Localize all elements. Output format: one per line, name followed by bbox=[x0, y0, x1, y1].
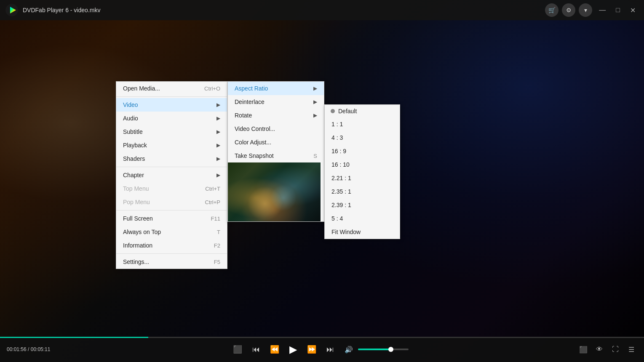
menu-label-open-media: Open Media... bbox=[123, 85, 160, 92]
aspect-item-fit-window[interactable]: Fit Window bbox=[325, 225, 400, 239]
submenu-item-color-adjust[interactable]: Color Adjust... bbox=[228, 136, 324, 149]
aspect-label-4-3: 4 : 3 bbox=[331, 134, 343, 141]
aspect-ratio-submenu: Default 1 : 1 4 : 3 16 : 9 16 : 10 2.21 … bbox=[324, 104, 400, 239]
menu-label-information: Information bbox=[123, 242, 152, 249]
submenu-item-deinterlace[interactable]: Deinterlace ▶ bbox=[228, 95, 324, 109]
menu-label-top-menu: Top Menu bbox=[123, 185, 149, 192]
menu-label-chapter: Chapter bbox=[123, 172, 144, 178]
menu-item-playback[interactable]: Playback ▶ bbox=[116, 138, 227, 152]
submenu-arrow-aspect-ratio: ▶ bbox=[313, 85, 317, 91]
aspect-label-16-9: 16 : 9 bbox=[331, 148, 346, 154]
submenu-item-take-snapshot[interactable]: Take Snapshot S bbox=[228, 149, 324, 162]
menu-item-always-on-top[interactable]: Always on Top T bbox=[116, 225, 227, 239]
menu-item-shaders[interactable]: Shaders ▶ bbox=[116, 152, 227, 165]
menu-label-playback: Playback bbox=[123, 142, 147, 149]
menu-arrow-shaders: ▶ bbox=[216, 156, 220, 162]
menu-label-pop-menu: Pop Menu bbox=[123, 199, 150, 205]
aspect-item-16-9[interactable]: 16 : 9 bbox=[325, 144, 400, 158]
aspect-label-5-4: 5 : 4 bbox=[331, 215, 343, 222]
menu-arrow-video: ▶ bbox=[216, 102, 220, 108]
menu-item-open-media[interactable]: Open Media... Ctrl+O bbox=[116, 82, 227, 95]
main-context-menu: Open Media... Ctrl+O Video ▶ Audio ▶ Sub… bbox=[116, 81, 227, 269]
menu-label-always-on-top: Always on Top bbox=[123, 229, 161, 235]
menu-label-audio: Audio bbox=[123, 115, 138, 122]
aspect-item-2-35-1[interactable]: 2.35 : 1 bbox=[325, 185, 400, 198]
aspect-label-2-39-1: 2.39 : 1 bbox=[331, 202, 351, 208]
menu-label-fullscreen: Full Screen bbox=[123, 215, 153, 222]
video-submenu: Aspect Ratio ▶ Deinterlace ▶ Rotate ▶ Vi… bbox=[227, 81, 324, 222]
submenu-item-video-control[interactable]: Video Control... bbox=[228, 122, 324, 136]
menu-item-subtitle[interactable]: Subtitle ▶ bbox=[116, 125, 227, 138]
submenu-arrow-rotate: ▶ bbox=[313, 112, 317, 118]
menu-shortcut-open-media: Ctrl+O bbox=[204, 85, 220, 92]
submenu-label-color-adjust: Color Adjust... bbox=[235, 139, 271, 146]
menu-label-subtitle: Subtitle bbox=[123, 128, 143, 135]
menu-shortcut-always-on-top: T bbox=[217, 229, 220, 235]
menu-label-settings: Settings... bbox=[123, 258, 149, 265]
menu-item-information[interactable]: Information F2 bbox=[116, 239, 227, 252]
submenu-label-rotate: Rotate bbox=[235, 112, 252, 119]
aspect-item-2-21-1[interactable]: 2.21 : 1 bbox=[325, 171, 400, 185]
aspect-item-2-39-1[interactable]: 2.39 : 1 bbox=[325, 198, 400, 212]
aspect-item-16-10[interactable]: 16 : 10 bbox=[325, 158, 400, 171]
menu-divider-2 bbox=[116, 167, 227, 167]
menu-item-video[interactable]: Video ▶ bbox=[116, 98, 227, 112]
menu-divider-4 bbox=[116, 253, 227, 254]
menu-label-shaders: Shaders bbox=[123, 155, 145, 162]
menu-overlay: Open Media... Ctrl+O Video ▶ Audio ▶ Sub… bbox=[0, 0, 644, 362]
aspect-label-2-21-1: 2.21 : 1 bbox=[331, 175, 351, 181]
aspect-item-4-3[interactable]: 4 : 3 bbox=[325, 131, 400, 144]
aspect-label-fit-window: Fit Window bbox=[331, 229, 361, 235]
menu-arrow-chapter: ▶ bbox=[216, 172, 220, 178]
menu-label-video: Video bbox=[123, 101, 138, 108]
menu-arrow-playback: ▶ bbox=[216, 142, 220, 148]
radio-dot-default bbox=[331, 109, 335, 113]
menu-shortcut-settings: F5 bbox=[214, 259, 220, 265]
menu-divider-1 bbox=[116, 96, 227, 97]
menu-divider-3 bbox=[116, 210, 227, 210]
menu-item-top-menu: Top Menu Ctrl+T bbox=[116, 182, 227, 195]
aspect-label-2-35-1: 2.35 : 1 bbox=[331, 188, 351, 195]
submenu-label-deinterlace: Deinterlace bbox=[235, 98, 265, 105]
menu-item-fullscreen[interactable]: Full Screen F11 bbox=[116, 212, 227, 225]
submenu-item-rotate[interactable]: Rotate ▶ bbox=[228, 109, 324, 122]
menu-shortcut-fullscreen: F11 bbox=[211, 216, 220, 222]
aspect-item-5-4[interactable]: 5 : 4 bbox=[325, 212, 400, 225]
menu-arrow-audio: ▶ bbox=[216, 115, 220, 121]
menu-shortcut-top-menu: Ctrl+T bbox=[205, 186, 220, 192]
submenu-shortcut-take-snapshot: S bbox=[313, 153, 317, 159]
submenu-label-take-snapshot: Take Snapshot bbox=[235, 152, 274, 159]
aspect-label-1-1: 1 : 1 bbox=[331, 121, 343, 128]
aspect-item-1-1[interactable]: 1 : 1 bbox=[325, 117, 400, 131]
submenu-arrow-deinterlace: ▶ bbox=[313, 99, 317, 105]
aspect-label-16-10: 16 : 10 bbox=[331, 161, 350, 168]
menu-item-audio[interactable]: Audio ▶ bbox=[116, 112, 227, 125]
menu-item-pop-menu: Pop Menu Ctrl+P bbox=[116, 195, 227, 209]
submenu-label-video-control: Video Control... bbox=[235, 125, 275, 132]
submenu-label-aspect-ratio: Aspect Ratio bbox=[235, 85, 268, 92]
submenu-item-aspect-ratio[interactable]: Aspect Ratio ▶ bbox=[228, 82, 324, 95]
menu-arrow-subtitle: ▶ bbox=[216, 129, 220, 135]
menu-shortcut-information: F2 bbox=[214, 242, 220, 249]
aspect-item-default[interactable]: Default bbox=[325, 105, 400, 117]
menu-shortcut-pop-menu: Ctrl+P bbox=[205, 199, 220, 205]
video-thumbnail-preview bbox=[228, 162, 321, 221]
menu-item-chapter[interactable]: Chapter ▶ bbox=[116, 168, 227, 182]
menu-item-settings[interactable]: Settings... F5 bbox=[116, 255, 227, 269]
aspect-label-default: Default bbox=[338, 108, 357, 114]
